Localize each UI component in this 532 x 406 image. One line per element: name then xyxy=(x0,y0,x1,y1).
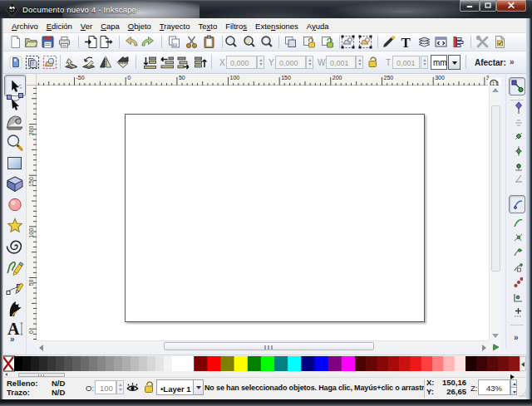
svg-text:150: 150 xyxy=(28,177,34,187)
svg-text:100: 100 xyxy=(230,75,240,81)
svg-text:-50: -50 xyxy=(76,75,85,81)
svg-text:250: 250 xyxy=(384,75,394,81)
svg-text:200: 200 xyxy=(28,126,34,136)
svg-text:50: 50 xyxy=(179,75,185,81)
svg-text:50: 50 xyxy=(28,279,34,286)
svg-text:300: 300 xyxy=(435,75,445,81)
svg-text:0: 0 xyxy=(127,75,131,81)
svg-text:150: 150 xyxy=(281,75,291,81)
svg-text:T: T xyxy=(401,35,411,49)
svg-text:100: 100 xyxy=(28,228,34,238)
svg-text:200: 200 xyxy=(332,75,342,81)
svg-text:0: 0 xyxy=(28,330,34,334)
